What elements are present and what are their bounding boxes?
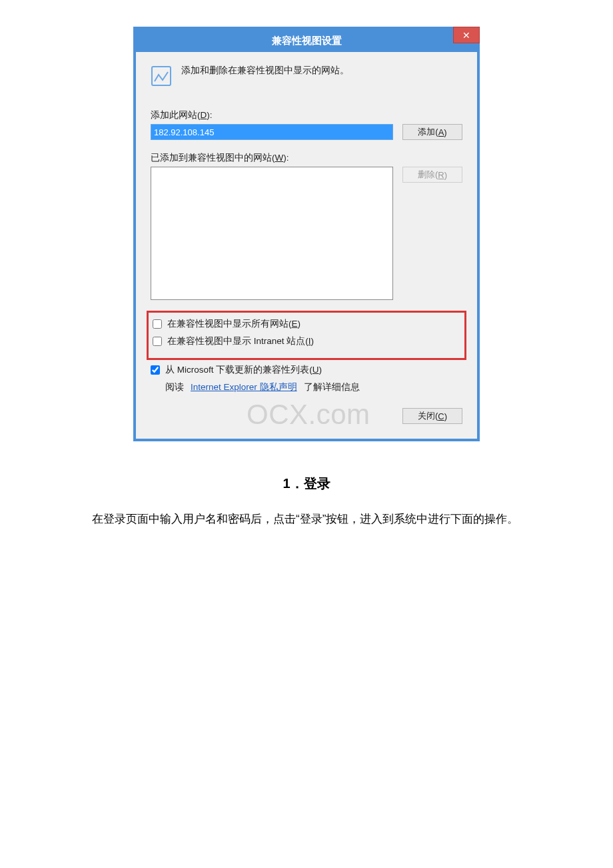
highlight-box: 在兼容性视图中显示所有网站(E) 在兼容性视图中显示 Intranet 站点(I… [147,311,466,360]
add-button[interactable]: 添加(A) [402,124,462,140]
show-intranet-checkbox-row[interactable]: 在兼容性视图中显示 Intranet 站点(I) [153,335,460,347]
ms-list-checkbox-row[interactable]: 从 Microsoft 下载更新的兼容性列表(U) [151,364,462,376]
dialog-bottom-row: 关闭(C) [151,408,462,424]
dialog-title: 兼容性视图设置 [272,35,342,47]
remove-button: 删除(R) [402,167,462,183]
show-all-sites-checkbox[interactable] [153,319,162,329]
add-site-label: 添加此网站(D): [151,109,462,121]
svg-rect-0 [152,67,171,85]
intro-text: 添加和删除在兼容性视图中显示的网站。 [181,64,349,77]
privacy-info-row: 阅读 Internet Explorer 隐私声明 了解详细信息 [151,381,462,393]
listbox-row: 删除(R) [151,167,462,300]
dialog-titlebar[interactable]: 兼容性视图设置 ✕ [136,29,477,52]
body-paragraph: 在登录页面中输入用户名和密码后，点击“登录”按钮，进入到系统中进行下面的操作。 [67,509,546,530]
section-heading: 1．登录 [67,475,546,493]
add-site-input[interactable] [151,124,393,140]
ms-list-checkbox[interactable] [151,365,160,375]
compatibility-icon [151,65,172,87]
added-sites-listbox[interactable] [151,167,393,300]
privacy-link[interactable]: Internet Explorer 隐私声明 [191,381,297,393]
dialog-body: 添加和删除在兼容性视图中显示的网站。 添加此网站(D): 添加(A) 已添加到兼… [136,52,477,439]
add-site-row: 添加(A) [151,124,462,140]
intro-row: 添加和删除在兼容性视图中显示的网站。 [151,64,462,87]
ms-list-label: 从 Microsoft 下载更新的兼容性列表(U) [165,364,322,376]
close-button[interactable]: 关闭(C) [402,408,462,424]
show-intranet-label: 在兼容性视图中显示 Intranet 站点(I) [167,335,314,347]
compatibility-view-dialog: 兼容性视图设置 ✕ 添加和删除在兼容性视图中显示的网站。 添加此网站(D): [133,27,480,441]
show-all-sites-checkbox-row[interactable]: 在兼容性视图中显示所有网站(E) [153,318,460,330]
list-label: 已添加到兼容性视图中的网站(W): [151,152,462,164]
show-intranet-checkbox[interactable] [153,337,162,346]
close-icon-glyph: ✕ [462,30,470,41]
show-all-sites-label: 在兼容性视图中显示所有网站(E) [167,318,301,330]
close-icon[interactable]: ✕ [453,27,480,43]
